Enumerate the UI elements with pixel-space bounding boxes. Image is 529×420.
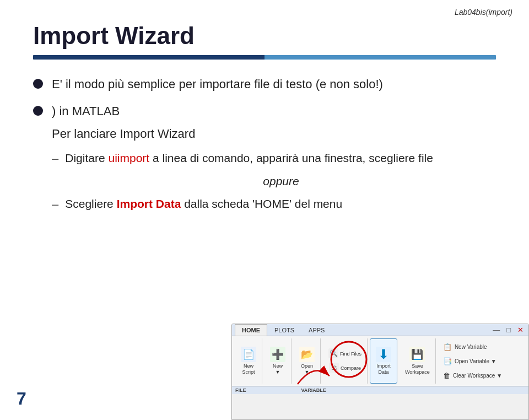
ribbon-group-save: 💾 SaveWorkspace [400,338,436,384]
import-data-button[interactable]: ⬇ ImportData [374,346,393,376]
save-workspace-icon: 💾 [409,347,425,362]
import-data-icon: ⬇ [376,347,391,362]
ribbon-group-new: ➕ New▼ [264,338,292,384]
save-workspace-button[interactable]: 💾 SaveWorkspace [403,346,432,376]
open-button[interactable]: 📂 Open▼ [297,346,317,376]
sub-intro: Per lanciare Import Wizard [52,126,433,143]
bullet-item-1: E' il modo più semplice per importare fi… [33,76,496,93]
file-group-label: FILE [235,387,246,393]
ribbon-right-group: 📋 New Variable 📑 Open Variable ▼ 🗑 Clear… [438,338,525,384]
variable-group-label: VARIABLE [301,387,326,393]
compare-icon: ⚖ [329,363,339,373]
open-variable-button[interactable]: 📑 Open Variable ▼ [441,357,522,366]
uiimport-highlight: uiimport [108,152,149,164]
new-script-button[interactable]: 📄 NewScript [239,346,258,376]
import-buttons: ⬇ ImportData [374,339,393,383]
compare-button[interactable]: ⚖ Compare [327,362,363,375]
new-buttons: ➕ New▼ [268,338,288,384]
oppure-label: oppure [263,175,299,187]
slide-label: Lab04bis(import) [455,8,512,17]
divider-bar [33,55,496,60]
ribbon-tabs: HOME PLOTS APPS — □ ✕ [232,324,528,336]
sub-bullet-2-text: Scegliere Import Data dalla scheda 'HOME… [65,196,342,212]
sub-bullets: Per lanciare Import Wizard – Digitare ui… [52,126,433,219]
bullet-item-2: ) in MATLAB Per lanciare Import Wizard –… [33,103,496,219]
new-script-icon: 📄 [241,347,256,362]
clear-workspace-icon: 🗑 [443,371,450,380]
slide: Lab04bis(import) Import Wizard E' il mod… [0,0,529,420]
new-script-buttons: 📄 NewScript [239,338,258,384]
new-icon: ➕ [270,347,285,362]
import-data-highlight: Import Data [117,197,181,210]
open-variable-icon: 📑 [443,357,452,365]
compare-label: Compare [341,365,361,371]
slide-title: Import Wizard [0,22,529,55]
ribbon-body: 📄 NewScript ➕ New▼ [232,336,528,386]
ribbon-group-open: 📂 Open▼ [294,338,321,384]
bullet-text-2: ) in MATLAB [52,103,120,120]
ribbon-restore-btn[interactable]: □ [504,325,513,335]
ribbon-tab-home[interactable]: HOME [235,324,267,336]
ribbon-close-btn[interactable]: ✕ [515,325,526,335]
slide-header: Lab04bis(import) [0,0,529,22]
clear-workspace-label: Clear Workspace ▼ [453,373,502,379]
new-button[interactable]: ➕ New▼ [268,346,288,376]
save-workspace-label: SaveWorkspace [405,363,430,375]
find-files-label: Find Files [340,351,361,357]
ribbon-group-import: ⬇ ImportData [370,338,397,384]
new-label: New▼ [273,363,283,375]
sub-bullet-2: – Scegliere Import Data dalla scheda 'HO… [52,196,433,213]
ribbon-tab-plots[interactable]: PLOTS [267,324,301,336]
sub-dash-2: – [52,196,58,213]
find-files-button[interactable]: 🔍 Find Files [326,347,364,360]
ribbon-bottom: FILE VARIABLE [232,386,528,394]
new-script-label: NewScript [242,363,255,375]
ribbon-tab-apps[interactable]: APPS [301,324,332,336]
find-files-icon: 🔍 [328,348,338,358]
sub-bullet-1-text: Digitare uiimport a linea di comando, ap… [65,150,433,166]
ribbon-group-find: 🔍 Find Files ⚖ Compare [323,338,368,384]
open-icon: 📂 [299,347,315,362]
new-variable-icon: 📋 [443,343,452,351]
new-variable-label: New Variable [455,344,487,350]
ribbon-group-new-script: 📄 NewScript [235,338,262,384]
import-data-label: ImportData [376,363,391,375]
page-number: 7 [17,389,26,409]
matlab-ribbon: HOME PLOTS APPS — □ ✕ 📄 NewScript [231,324,529,420]
sub-bullet-1: – Digitare uiimport a linea di comando, … [52,150,433,168]
save-buttons: 💾 SaveWorkspace [403,338,432,384]
clear-workspace-button[interactable]: 🗑 Clear Workspace ▼ [441,371,522,380]
open-buttons: 📂 Open▼ [297,338,317,384]
open-variable-label: Open Variable ▼ [455,358,496,364]
oppure-text: oppure [129,173,433,190]
find-buttons: 🔍 Find Files ⚖ Compare [326,338,364,384]
new-variable-button[interactable]: 📋 New Variable [441,342,522,352]
bullet-dot-2 [33,106,43,116]
screenshot-area: HOME PLOTS APPS — □ ✕ 📄 NewScript [231,324,529,420]
bullet-text-1: E' il modo più semplice per importare fi… [52,76,496,93]
sub-dash-1: – [52,150,58,168]
open-label: Open▼ [301,363,313,375]
bullet-dot-1 [33,79,43,89]
ribbon-minimize-btn[interactable]: — [490,325,502,335]
